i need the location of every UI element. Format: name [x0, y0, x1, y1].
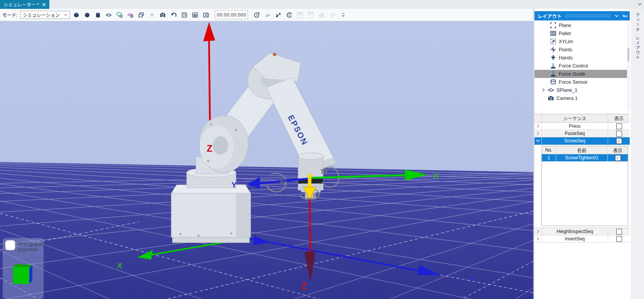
detail-row-name: ScrewTighten01: [556, 154, 608, 161]
show-checkbox[interactable]: [616, 123, 622, 129]
show-checkbox[interactable]: [616, 229, 622, 235]
video-record-icon[interactable]: [202, 11, 210, 19]
orthographic-label-1: Orthographic: [18, 242, 44, 247]
tx-label: Tx: [320, 168, 328, 176]
gripper-icon[interactable]: [148, 11, 156, 19]
cad-icon[interactable]: CAD: [296, 11, 304, 19]
orthographic-checkbox[interactable]: [5, 240, 15, 250]
y-axis-label-ground-mid: Y: [274, 238, 279, 247]
sequence-row-screwseq[interactable]: ScrewSeq: [534, 137, 630, 145]
mode-select[interactable]: シミュレーション: [20, 11, 70, 19]
sequence-table-header: シーケンス 表示: [534, 114, 630, 123]
layout-item-force-sensor[interactable]: Force Sensor: [534, 78, 630, 86]
show-checkbox[interactable]: [616, 236, 622, 242]
navigate-icon[interactable]: [328, 11, 337, 19]
move-axes-icon[interactable]: [274, 11, 283, 19]
layout-item-camera[interactable]: Camera 1: [534, 94, 630, 102]
expand-chevron-icon[interactable]: [536, 124, 540, 128]
plane-visibility-icon[interactable]: [126, 11, 135, 19]
layout-item-pallet[interactable]: Pallet: [534, 29, 630, 37]
expand-chevron-icon[interactable]: [536, 236, 540, 241]
detail-table-header: No. 名前 表示: [542, 146, 628, 154]
sequence-name: Press: [542, 123, 608, 130]
show-checkbox[interactable]: [616, 138, 622, 144]
property-list-icon[interactable]: [180, 11, 189, 19]
tabbar-overflow-icon[interactable]: [637, 2, 642, 7]
orientation-cube[interactable]: [13, 264, 32, 284]
toolbar-overflow-icon[interactable]: [339, 11, 347, 19]
cube-visibility-icon[interactable]: [115, 11, 124, 19]
panel-collapse-chevron-icon[interactable]: [614, 13, 620, 19]
sliders-icon[interactable]: [317, 11, 326, 19]
copy-object-icon[interactable]: [137, 11, 145, 19]
camera-icon[interactable]: [158, 11, 167, 19]
sequence-row-press[interactable]: Press: [534, 123, 630, 130]
clock-icon[interactable]: [253, 11, 261, 19]
expand-chevron-icon[interactable]: [536, 229, 540, 234]
layout-item-label: Hands: [559, 55, 573, 61]
sphere-icon[interactable]: [83, 11, 91, 19]
side-tab-teach[interactable]: ティーチ: [634, 13, 641, 32]
orthographic-label-2: projection: [18, 247, 38, 252]
layout-item-points[interactable]: Points: [534, 46, 630, 54]
simulation-time-display: 00:00:00:000: [215, 10, 248, 19]
xylim-icon: [550, 38, 556, 45]
layout-item-label: Camera 1: [556, 96, 578, 101]
expand-chevron-icon[interactable]: [541, 88, 546, 93]
sequence-row-heightinspectseq[interactable]: HeightInspectSeq: [534, 228, 630, 235]
panel-header-texture: [565, 14, 610, 18]
chevron-down-icon: [64, 13, 67, 17]
document-tab-bar: シミュレーター *: [0, 0, 644, 9]
undo-icon[interactable]: [169, 11, 178, 19]
layout-item-plane[interactable]: Plane: [534, 21, 630, 29]
show-checkbox[interactable]: [616, 131, 622, 137]
rotate-view-icon[interactable]: [285, 11, 293, 19]
ty-label: Ty: [279, 178, 287, 186]
show-column-header: 表示: [608, 146, 628, 154]
layout-panel: レイアウト Plane Pallet XYLim: [534, 9, 630, 299]
hands-icon: [550, 54, 556, 61]
ecp-icon[interactable]: ECP: [307, 11, 315, 19]
layout-panel-header[interactable]: レイアウト: [534, 11, 630, 20]
points-icon: [550, 46, 556, 53]
fz-label: Fz: [313, 192, 320, 199]
tree-scrollbar[interactable]: [627, 21, 630, 111]
view-overlay-panel: Orthographic projection: [3, 238, 44, 299]
3d-viewport[interactable]: EPSON Z Z X: [0, 21, 533, 299]
x-axis-label-tool: X: [433, 171, 439, 180]
cube-icon[interactable]: [72, 11, 81, 19]
detail-row-screwtighten01[interactable]: 1 ScrewTighten01: [542, 154, 628, 162]
layout-item-force-control[interactable]: Force Control: [534, 62, 630, 70]
name-column-header: 名前: [556, 146, 608, 154]
plane-icon[interactable]: [105, 11, 113, 19]
layout-item-label: SPlane_1: [556, 88, 577, 93]
z-axis-label-top: Z: [207, 143, 212, 154]
sequence-table: シーケンス 表示 Press PasteSeq ScrewSeq: [534, 114, 630, 243]
sequence-row-insertseq[interactable]: InsertSeq: [534, 235, 630, 243]
layout-item-xylim[interactable]: XYLim: [534, 37, 630, 46]
plane-outline-icon: [550, 22, 556, 29]
layout-item-hands[interactable]: Hands: [534, 54, 630, 62]
simulator-tab[interactable]: シミュレーター *: [0, 0, 49, 9]
panel-pin-icon[interactable]: [622, 13, 628, 19]
camera-tree-icon: [548, 95, 554, 101]
show-checkbox[interactable]: [615, 155, 621, 161]
splane-icon: [548, 87, 554, 93]
sequence-column-header: シーケンス: [542, 114, 608, 122]
snapshot-icon[interactable]: [191, 11, 199, 19]
close-icon[interactable]: [42, 3, 46, 7]
force-control-icon: [550, 63, 556, 69]
tab-title: シミュレーター *: [3, 1, 39, 8]
eraser-icon[interactable]: [263, 11, 272, 19]
cad-label: CAD: [297, 12, 303, 14]
side-tab-layout[interactable]: レイアウト: [634, 36, 641, 60]
force-guide-icon: [550, 71, 556, 77]
layout-item-force-guide[interactable]: Force Guide: [534, 70, 630, 78]
layout-item-label: Points: [559, 47, 572, 52]
mode-value: シミュレーション: [23, 12, 60, 18]
cylinder-icon[interactable]: [94, 11, 102, 19]
layout-item-splane[interactable]: SPlane_1: [534, 86, 630, 94]
expand-chevron-icon[interactable]: [536, 131, 540, 136]
sequence-row-pasteseq[interactable]: PasteSeq: [534, 130, 630, 137]
collapse-chevron-icon[interactable]: [536, 139, 540, 143]
